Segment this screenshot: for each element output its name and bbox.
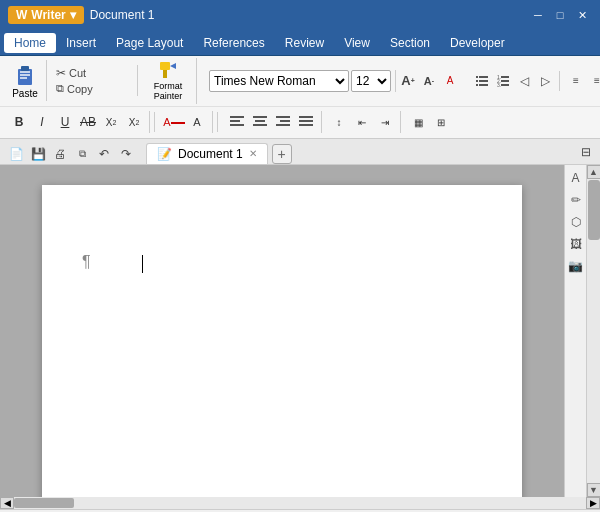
sidebar-extra-button[interactable]: 📷 bbox=[567, 257, 585, 275]
right-sidebar: A ✏ ⬡ 🖼 📷 bbox=[564, 165, 586, 497]
borders-button[interactable]: ⊞ bbox=[430, 111, 452, 133]
tab-title: Document 1 bbox=[178, 147, 243, 161]
indent-decrease-button[interactable]: ◁ bbox=[514, 71, 534, 91]
indent-right-button[interactable]: ⇥ bbox=[374, 111, 396, 133]
redo-button[interactable]: ↷ bbox=[116, 144, 136, 164]
font-name-select[interactable]: Times New Roman Arial Calibri bbox=[209, 70, 349, 92]
scroll-thumb[interactable] bbox=[588, 180, 600, 240]
text-color-button[interactable]: A bbox=[440, 71, 460, 91]
vertical-scrollbar[interactable]: ▲ ▼ bbox=[586, 165, 600, 497]
tab-settings-button[interactable]: ⊟ bbox=[576, 142, 596, 162]
shading-button[interactable]: ▦ bbox=[407, 111, 429, 133]
align-right-row2[interactable] bbox=[272, 111, 294, 133]
ordered-list-button[interactable]: 1. 2. 3. bbox=[493, 71, 513, 91]
svg-rect-25 bbox=[276, 116, 290, 118]
menu-section[interactable]: Section bbox=[380, 33, 440, 53]
menu-developer[interactable]: Developer bbox=[440, 33, 515, 53]
align-group: ≡ ≡ ≡ ≡ bbox=[562, 71, 600, 91]
undo-button[interactable]: ↶ bbox=[94, 144, 114, 164]
format-painter-button[interactable]: Format Painter bbox=[144, 58, 192, 104]
scroll-up-button[interactable]: ▲ bbox=[587, 165, 601, 179]
scroll-track[interactable] bbox=[587, 179, 601, 483]
menu-references[interactable]: References bbox=[193, 33, 274, 53]
sidebar-styles-button[interactable]: A bbox=[567, 169, 585, 187]
menu-bar: Home Insert Page Layout References Revie… bbox=[0, 30, 600, 56]
svg-rect-20 bbox=[230, 120, 240, 122]
svg-rect-3 bbox=[20, 74, 30, 76]
format-painter-icon bbox=[158, 60, 178, 82]
title-bar: W Writer ▾ Document 1 ─ □ ✕ bbox=[0, 0, 600, 30]
horizontal-scrollbar[interactable]: ◀ ▶ bbox=[0, 497, 600, 509]
unordered-list-button[interactable] bbox=[472, 71, 492, 91]
print-button[interactable]: 🖨 bbox=[50, 144, 70, 164]
svg-rect-14 bbox=[501, 76, 509, 78]
dropdown-arrow: ▾ bbox=[70, 8, 76, 22]
cut-button[interactable]: ✂ Cut bbox=[53, 65, 133, 81]
menu-insert[interactable]: Insert bbox=[56, 33, 106, 53]
ribbon-toolbar: Paste ✂ Cut ⧉ Copy bbox=[0, 56, 600, 139]
maximize-button[interactable]: □ bbox=[550, 5, 570, 25]
strikethrough-button[interactable]: AB bbox=[77, 111, 99, 133]
print-preview-button[interactable]: ⧉ bbox=[72, 144, 92, 164]
line-spacing-button[interactable]: ↕ bbox=[328, 111, 350, 133]
svg-rect-29 bbox=[299, 120, 313, 122]
align-center-button[interactable]: ≡ bbox=[587, 71, 600, 91]
sidebar-shapes-button[interactable]: ⬡ bbox=[567, 213, 585, 231]
menu-page-layout[interactable]: Page Layout bbox=[106, 33, 193, 53]
format-painter-label: Format Painter bbox=[148, 82, 188, 102]
align-justify-row2[interactable] bbox=[295, 111, 317, 133]
scroll-down-button[interactable]: ▼ bbox=[587, 483, 601, 497]
indent-increase-button[interactable]: ▷ bbox=[535, 71, 555, 91]
svg-rect-28 bbox=[299, 116, 313, 118]
minimize-button[interactable]: ─ bbox=[528, 5, 548, 25]
app-menu-button[interactable]: W Writer ▾ bbox=[8, 6, 84, 24]
underline-button[interactable]: U bbox=[54, 111, 76, 133]
indent-left-button[interactable]: ⇤ bbox=[351, 111, 373, 133]
font-size-select[interactable]: 12 10 14 16 bbox=[351, 70, 391, 92]
document-area: ¶ A ✏ ⬡ 🖼 📷 ▲ ▼ bbox=[0, 165, 600, 497]
svg-rect-8 bbox=[479, 76, 488, 78]
align-left-row2[interactable] bbox=[226, 111, 248, 133]
menu-review[interactable]: Review bbox=[275, 33, 334, 53]
new-tab-button[interactable]: + bbox=[272, 144, 292, 164]
bold-button[interactable]: B bbox=[8, 111, 30, 133]
menu-view[interactable]: View bbox=[334, 33, 380, 53]
hscroll-track[interactable] bbox=[14, 497, 586, 509]
align-center-row2[interactable] bbox=[249, 111, 271, 133]
copy-icon: ⧉ bbox=[56, 82, 64, 95]
scroll-right-button[interactable]: ▶ bbox=[586, 497, 600, 509]
italic-button[interactable]: I bbox=[31, 111, 53, 133]
sidebar-format-button[interactable]: ✏ bbox=[567, 191, 585, 209]
color-group: A A bbox=[159, 111, 213, 133]
divider-3 bbox=[154, 112, 155, 132]
svg-rect-23 bbox=[255, 120, 265, 122]
document-tab[interactable]: 📝 Document 1 ✕ bbox=[146, 143, 268, 164]
close-button[interactable]: ✕ bbox=[572, 5, 592, 25]
superscript-button[interactable]: X2 bbox=[100, 111, 122, 133]
font-size-group: A+ A- A bbox=[398, 71, 460, 91]
document-page[interactable]: ¶ bbox=[42, 185, 522, 497]
new-doc-button[interactable]: 📄 bbox=[6, 144, 26, 164]
text-area[interactable]: ¶ bbox=[82, 225, 482, 425]
paste-button[interactable]: Paste bbox=[8, 60, 42, 101]
menu-home[interactable]: Home bbox=[4, 33, 56, 53]
highlight-button[interactable]: A bbox=[186, 111, 208, 133]
copy-button[interactable]: ⧉ Copy bbox=[53, 81, 133, 96]
scroll-left-button[interactable]: ◀ bbox=[0, 497, 14, 509]
hscroll-thumb[interactable] bbox=[14, 498, 74, 508]
document-canvas[interactable]: ¶ bbox=[0, 165, 564, 497]
save-button[interactable]: 💾 bbox=[28, 144, 48, 164]
sidebar-image-button[interactable]: 🖼 bbox=[567, 235, 585, 253]
font-size-increase-button[interactable]: A+ bbox=[398, 71, 418, 91]
align-left-button[interactable]: ≡ bbox=[566, 71, 586, 91]
svg-rect-7 bbox=[476, 76, 478, 78]
doc-icon: 📝 bbox=[157, 147, 172, 161]
font-color-button[interactable]: A bbox=[163, 111, 185, 133]
svg-rect-2 bbox=[20, 71, 30, 73]
svg-rect-26 bbox=[280, 120, 290, 122]
tab-close-button[interactable]: ✕ bbox=[249, 148, 257, 159]
paragraph-icon: ¶ bbox=[82, 253, 91, 271]
paste-icon bbox=[12, 62, 38, 88]
font-size-decrease-button[interactable]: A- bbox=[419, 71, 439, 91]
subscript-button[interactable]: X2 bbox=[123, 111, 145, 133]
